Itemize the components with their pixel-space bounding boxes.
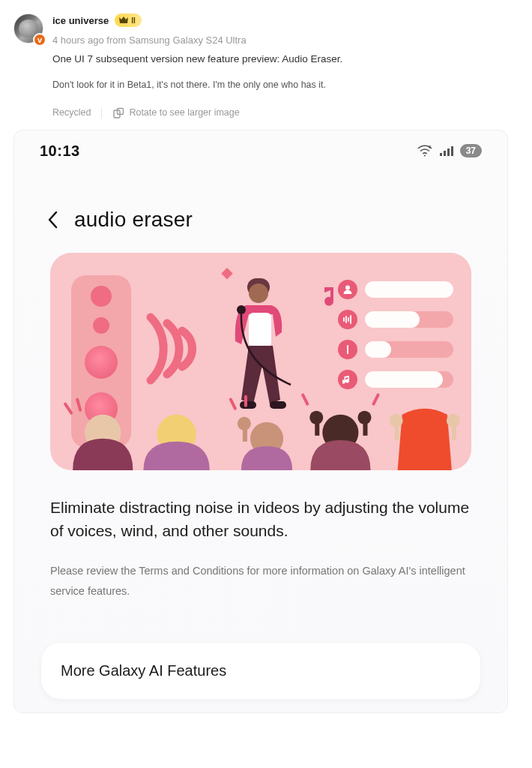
recycled-label[interactable]: Recycled: [52, 106, 91, 120]
svg-point-2: [424, 155, 426, 157]
slider-panel: [338, 280, 453, 389]
feature-description: Eliminate distracting noise in videos by…: [14, 470, 507, 543]
hero-illustration: [50, 253, 471, 470]
svg-line-28: [231, 399, 235, 408]
slider-row-wind[interactable]: [338, 340, 453, 359]
battery-indicator: 37: [460, 144, 482, 158]
svg-point-15: [345, 285, 350, 290]
status-bar: 10:13 6 37: [14, 130, 507, 164]
svg-point-9: [249, 284, 268, 303]
svg-rect-34: [363, 418, 367, 435]
svg-rect-10: [249, 313, 271, 347]
slider-track[interactable]: [365, 371, 453, 388]
rotate-label: Rotate to see larger image: [129, 106, 239, 120]
back-button[interactable]: [44, 211, 62, 229]
slider-row-voice[interactable]: [338, 280, 453, 299]
svg-line-36: [374, 394, 378, 404]
terms-text: Please review the Terms and Conditions f…: [14, 543, 507, 602]
chevron-left-icon: [46, 209, 61, 230]
slider-track[interactable]: [365, 341, 453, 358]
crown-icon: [118, 15, 130, 26]
post-text: Don't look for it in Beta1, it's not the…: [52, 78, 519, 92]
svg-rect-27: [243, 424, 247, 441]
verified-badge: v: [33, 33, 46, 46]
embedded-screenshot[interactable]: 10:13 6 37 audio eraser: [13, 130, 508, 713]
divider: [101, 108, 102, 118]
crowd-graphic: [50, 388, 471, 470]
svg-rect-4: [440, 153, 442, 156]
svg-rect-7: [451, 146, 453, 156]
more-features-card[interactable]: More Galaxy AI Features: [41, 643, 480, 699]
svg-line-22: [65, 404, 71, 412]
crown-badge: II: [115, 14, 142, 27]
music-note-icon: [338, 370, 357, 389]
rotate-icon: [112, 107, 124, 119]
diamond-decor: [221, 268, 233, 280]
slider-track[interactable]: [365, 311, 453, 328]
wifi-icon: 6: [417, 144, 433, 158]
post-title: One UI 7 subsequent version new feature …: [52, 52, 519, 68]
page-title: audio eraser: [74, 208, 193, 232]
waveform-icon: [338, 310, 357, 329]
post-meta: 4 hours ago from Samsung Galaxy S24 Ultr…: [52, 34, 247, 46]
svg-line-23: [77, 399, 80, 410]
bar-icon: [338, 340, 357, 359]
svg-rect-40: [452, 422, 456, 440]
slider-row-music[interactable]: [338, 370, 453, 389]
music-note-decor: [320, 286, 339, 310]
person-icon: [338, 280, 357, 299]
rotate-hint[interactable]: Rotate to see larger image: [112, 106, 239, 120]
crown-level: II: [131, 16, 136, 25]
username[interactable]: ice universe: [52, 15, 109, 26]
svg-rect-14: [221, 268, 233, 280]
svg-line-35: [303, 394, 307, 404]
slider-track[interactable]: [365, 281, 453, 298]
svg-rect-5: [444, 151, 446, 156]
svg-point-13: [237, 305, 246, 314]
svg-rect-32: [315, 418, 319, 435]
slider-row-noise[interactable]: [338, 310, 453, 329]
svg-rect-6: [447, 148, 450, 156]
signal-icon: [439, 145, 454, 157]
more-features-label: More Galaxy AI Features: [61, 662, 226, 679]
status-time: 10:13: [40, 142, 80, 160]
avatar[interactable]: v: [13, 14, 43, 44]
svg-rect-38: [395, 422, 399, 440]
